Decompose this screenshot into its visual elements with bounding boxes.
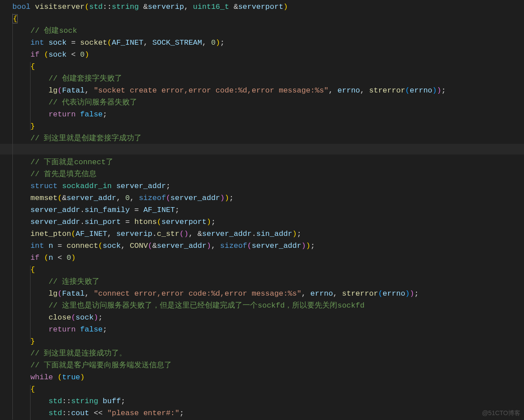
code-line[interactable]: lg(Fatal, "connect error,error code:%d,e… — [12, 288, 524, 300]
code-token: server_addr — [252, 242, 301, 250]
code-line[interactable]: server_addr.sin_family = AF_INET; — [12, 204, 524, 216]
code-token: server_addr — [170, 194, 220, 202]
code-token: server_addr — [157, 242, 207, 250]
code-token: connect — [66, 242, 98, 250]
code-line[interactable]: // 到这里就是连接成功了。 — [12, 347, 524, 359]
code-token — [12, 50, 31, 59]
code-line[interactable]: { — [12, 61, 524, 73]
code-editor[interactable]: bool visitserver(std::string &serverip, … — [0, 0, 524, 420]
code-token: inet_pton — [31, 230, 71, 238]
code-line[interactable]: { — [12, 383, 524, 395]
code-token: int — [31, 39, 44, 47]
code-token: . — [152, 230, 157, 238]
code-token: ) — [94, 313, 98, 322]
code-token: < — [66, 50, 80, 59]
code-token: serverip — [148, 3, 184, 11]
code-token: // 到这里就是连接成功了。 — [31, 349, 127, 358]
code-token — [12, 218, 31, 226]
code-line[interactable]: if (n < 0) — [12, 252, 524, 264]
code-token: ( — [98, 242, 103, 250]
code-line[interactable] — [12, 144, 524, 156]
code-line[interactable]: server_addr.sin_port = htons(serverport)… — [12, 216, 524, 228]
code-token: sizeof — [220, 242, 247, 250]
code-token: ) — [207, 242, 211, 250]
code-line[interactable]: // 连接失败了 — [12, 276, 524, 288]
code-line[interactable]: return false; — [12, 108, 524, 120]
code-line[interactable]: // 创建sock — [12, 25, 524, 37]
code-line[interactable]: } — [12, 120, 524, 132]
code-token — [12, 74, 49, 83]
code-line[interactable]: // 下面就是connect了 — [12, 156, 524, 168]
code-token: if — [31, 50, 39, 59]
code-line[interactable]: // 创建套接字失败了 — [12, 73, 524, 85]
code-token: ; — [220, 39, 224, 47]
code-line[interactable]: inet_pton(AF_INET, serverip.c_str(), &se… — [12, 228, 524, 240]
code-line[interactable]: std::string buff; — [12, 395, 524, 407]
code-token: , & — [189, 230, 202, 238]
code-token — [12, 170, 31, 178]
code-token: n — [49, 254, 53, 262]
code-token: ( — [180, 230, 184, 238]
code-lines[interactable]: bool visitserver(std::string &serverip, … — [0, 0, 524, 419]
code-token: ( — [71, 230, 76, 238]
code-line[interactable]: while (true) — [12, 371, 524, 383]
code-line[interactable]: bool visitserver(std::string &serverip, … — [12, 1, 524, 13]
code-token: // 创建sock — [31, 27, 77, 35]
code-line[interactable]: // 代表访问服务器失败了 — [12, 96, 524, 108]
code-token: , — [130, 194, 139, 202]
code-token: // 代表访问服务器失败了 — [49, 98, 138, 107]
code-token: AF_INET — [76, 230, 107, 238]
code-token: 0 — [66, 254, 71, 262]
code-line[interactable]: return false; — [12, 324, 524, 335]
code-token — [44, 242, 48, 250]
code-token — [12, 194, 31, 202]
code-token — [12, 385, 31, 393]
code-line[interactable]: // 首先是填充信息 — [12, 168, 524, 180]
code-token: 0 — [80, 50, 85, 59]
code-line[interactable]: // 到这里就是创建套接字成功了 — [12, 132, 524, 144]
code-line[interactable]: } — [12, 335, 524, 347]
code-token: false — [80, 110, 103, 119]
code-token: return — [49, 110, 76, 119]
code-token: ( — [148, 242, 152, 250]
watermark: @51CTO博客 — [482, 409, 520, 417]
code-line[interactable]: lg(Fatal, "socket create error,error cod… — [12, 85, 524, 96]
code-token: & — [152, 242, 157, 250]
code-token — [12, 134, 31, 143]
code-token: n — [49, 242, 53, 250]
code-token — [12, 325, 49, 334]
code-token: socket — [80, 39, 107, 47]
code-token: ) — [220, 194, 224, 202]
code-token: } — [31, 122, 35, 131]
code-token: "socket create error,error code:%d,error… — [94, 86, 329, 95]
code-token: ) — [283, 3, 288, 11]
code-line[interactable]: { — [12, 13, 524, 25]
code-line[interactable]: close(sock); — [12, 312, 524, 324]
code-line[interactable]: if (sock < 0) — [12, 49, 524, 61]
code-token: sizeof — [139, 194, 166, 202]
code-token: ; — [166, 182, 170, 190]
code-token: serverport — [238, 3, 283, 11]
code-line[interactable]: { — [12, 264, 524, 276]
code-token: , — [333, 289, 342, 298]
code-line[interactable]: int n = connect(sock, CONV(&server_addr)… — [12, 240, 524, 252]
code-line[interactable]: struct sockaddr_in server_addr; — [12, 180, 524, 192]
code-token: // 这里也是访问服务器失败了，但是这里已经创建完成了一个sockfd，所以要先… — [49, 301, 365, 310]
code-token — [12, 230, 31, 238]
code-token: ; — [180, 409, 184, 417]
code-token: ; — [211, 218, 216, 226]
code-token: serverport — [162, 218, 207, 226]
code-token: < — [53, 254, 67, 262]
code-token: ) — [225, 194, 229, 202]
code-line[interactable]: int sock = socket(AF_INET, SOCK_STREAM, … — [12, 37, 524, 49]
code-token: & — [62, 194, 66, 202]
code-token: ; — [229, 194, 234, 202]
code-token — [12, 373, 31, 381]
code-line[interactable]: std::cout << "please enter#:"; — [12, 407, 524, 419]
code-line[interactable]: // 下面就是客户端要向服务端发送信息了 — [12, 359, 524, 371]
code-token: = — [66, 39, 80, 47]
code-token: Fatal — [62, 289, 85, 298]
code-line[interactable]: memset(&server_addr, 0, sizeof(server_ad… — [12, 192, 524, 204]
code-token: , — [116, 194, 125, 202]
code-line[interactable]: // 这里也是访问服务器失败了，但是这里已经创建完成了一个sockfd，所以要先… — [12, 300, 524, 312]
